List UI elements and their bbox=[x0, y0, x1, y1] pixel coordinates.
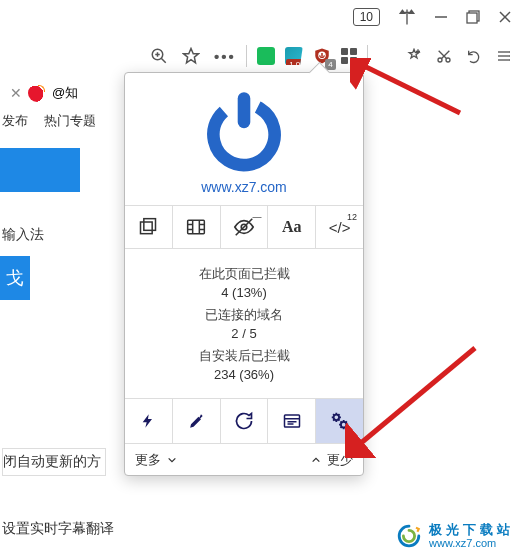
install-blocked-label: 自安装后已拦截 bbox=[125, 347, 363, 365]
divider bbox=[246, 45, 247, 67]
minimize-icon[interactable] bbox=[434, 10, 448, 24]
svg-line-6 bbox=[161, 58, 166, 63]
customize-icon[interactable] bbox=[398, 8, 416, 26]
extension-green-icon[interactable] bbox=[257, 47, 275, 65]
bookmark-add-icon[interactable] bbox=[406, 48, 422, 64]
stats-section: 在此页面已拦截 4 (13%) 已连接的域名 2 / 5 自安装后已拦截 234… bbox=[125, 248, 363, 398]
script-block-icon[interactable]: </> 12 bbox=[315, 206, 363, 248]
picker-icon[interactable] bbox=[172, 399, 220, 443]
svg-rect-21 bbox=[238, 92, 251, 128]
divider bbox=[367, 45, 368, 67]
svg-line-40 bbox=[355, 348, 475, 448]
ext-teal-badge: 1.00 bbox=[286, 59, 308, 70]
nav-item[interactable]: 热门专题 bbox=[44, 112, 96, 130]
maximize-icon[interactable] bbox=[466, 10, 480, 24]
block-element-icon[interactable] bbox=[125, 206, 172, 248]
svg-rect-23 bbox=[144, 219, 156, 231]
watermark-url: www.xz7.com bbox=[429, 537, 514, 549]
site-url: www.xz7.com bbox=[125, 179, 363, 195]
watermark: 极光下载站 www.xz7.com bbox=[395, 522, 514, 550]
tab-title: @知 bbox=[52, 84, 78, 102]
settings-icon[interactable] bbox=[315, 399, 363, 443]
ublock-popup: www.xz7.com — Aa </> 12 在此页面已拦截 4 (13%) … bbox=[124, 72, 364, 476]
logger-icon[interactable] bbox=[220, 399, 268, 443]
blue-button[interactable]: 戈 bbox=[0, 256, 30, 300]
ublock-icon[interactable]: 4 bbox=[313, 47, 331, 65]
watermark-logo bbox=[395, 522, 423, 550]
svg-point-38 bbox=[340, 422, 346, 428]
power-icon[interactable] bbox=[199, 85, 289, 175]
cut-icon[interactable] bbox=[436, 48, 452, 64]
domains-label: 已连接的域名 bbox=[125, 306, 363, 324]
more-button[interactable]: 更多 bbox=[135, 451, 177, 469]
close-icon[interactable] bbox=[498, 10, 512, 24]
page-text: 输入法 bbox=[2, 226, 44, 244]
browser-tab[interactable]: ✕ @知 bbox=[0, 78, 88, 108]
more-icon[interactable]: ••• bbox=[214, 48, 236, 65]
extension-teal-icon[interactable]: 1.00 bbox=[285, 47, 303, 65]
tools-row: — Aa </> 12 bbox=[125, 205, 363, 248]
chevron-down-icon bbox=[167, 455, 177, 465]
chevron-up-icon bbox=[311, 455, 321, 465]
script-count: 12 bbox=[347, 212, 357, 222]
page-text: 闭自动更新的方 bbox=[2, 448, 106, 476]
domains-value: 2 / 5 bbox=[125, 326, 363, 341]
zapper-icon[interactable] bbox=[125, 399, 172, 443]
popup-footer: 更多 更少 bbox=[125, 443, 363, 475]
blue-banner bbox=[0, 148, 80, 192]
svg-rect-22 bbox=[141, 222, 153, 234]
actions-row bbox=[125, 398, 363, 443]
zoom-icon[interactable] bbox=[150, 47, 168, 65]
nav-item[interactable]: 发布 bbox=[2, 112, 28, 130]
less-button[interactable]: 更少 bbox=[311, 451, 353, 469]
svg-rect-10 bbox=[321, 53, 323, 57]
page-text: 设置实时字幕翻译 bbox=[2, 520, 114, 538]
menu-icon[interactable] bbox=[496, 48, 512, 64]
bookmark-icon[interactable] bbox=[182, 47, 200, 65]
install-blocked-value: 234 (36%) bbox=[125, 367, 363, 382]
apps-icon[interactable] bbox=[341, 48, 357, 64]
browser-toolbar: ••• 1.00 4 bbox=[0, 40, 522, 72]
annotation-arrow bbox=[345, 338, 485, 458]
page-blocked-label: 在此页面已拦截 bbox=[125, 265, 363, 283]
svg-rect-24 bbox=[188, 220, 205, 233]
cosmetic-filter-icon[interactable]: — bbox=[220, 206, 268, 248]
badge-dash: — bbox=[252, 212, 261, 222]
weibo-icon bbox=[28, 84, 46, 102]
tab-counter[interactable]: 10 bbox=[353, 8, 380, 26]
media-block-icon[interactable] bbox=[172, 206, 220, 248]
page-blocked-value: 4 (13%) bbox=[125, 285, 363, 300]
page-nav: 发布 热门专题 bbox=[0, 112, 96, 130]
tab-close-icon[interactable]: ✕ bbox=[10, 85, 22, 101]
watermark-name: 极光下载站 bbox=[429, 523, 514, 537]
dashboard-icon[interactable] bbox=[267, 399, 315, 443]
svg-point-37 bbox=[333, 415, 339, 421]
svg-rect-2 bbox=[467, 13, 477, 23]
undo-icon[interactable] bbox=[466, 48, 482, 64]
font-block-icon[interactable]: Aa bbox=[267, 206, 315, 248]
